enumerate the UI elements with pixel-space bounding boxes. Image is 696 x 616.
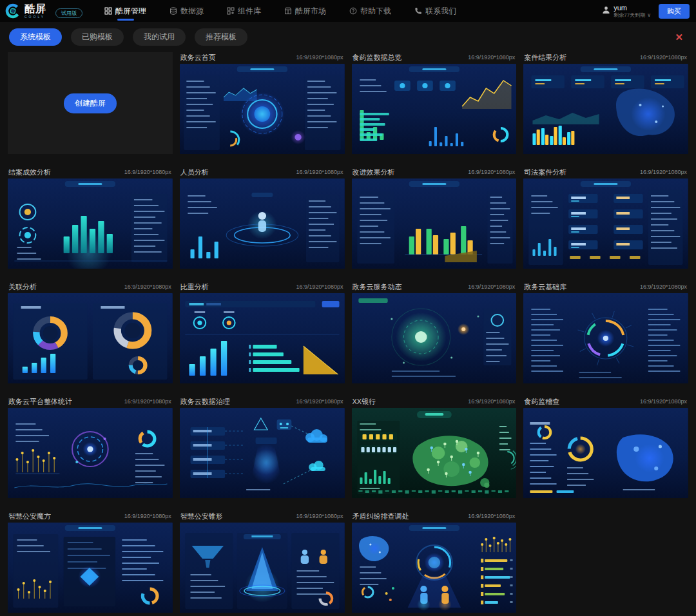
components-icon: [227, 7, 235, 15]
menu-item-manage[interactable]: 酷屏管理: [104, 0, 146, 22]
template-card: 司法案件分析16:9/1920*1080px: [523, 167, 688, 269]
trial-badge: 试用版: [55, 8, 82, 18]
template-thumbnail[interactable]: [180, 178, 345, 269]
template-size: 16:9/1920*1080px: [640, 54, 687, 61]
card-header: 结案成效分析16:9/1920*1080px: [8, 167, 173, 178]
template-size: 16:9/1920*1080px: [640, 284, 687, 290]
template-thumbnail[interactable]: [352, 293, 517, 383]
card-header: XX银行16:9/1920*1080px: [352, 396, 517, 408]
grid-icon: [104, 7, 112, 15]
template-title: 结案成效分析: [8, 168, 51, 177]
template-thumbnail[interactable]: [523, 178, 688, 269]
template-title: 政务云服务动态: [353, 282, 402, 292]
logo-title: 酷屏: [24, 4, 46, 14]
template-size: 16:9/1920*1080px: [296, 398, 343, 405]
template-thumbnail[interactable]: [8, 523, 173, 613]
card-header: 人员分析16:9/1920*1080px: [180, 167, 345, 178]
close-icon[interactable]: ✕: [671, 32, 687, 43]
template-card: 智慧公安锥形16:9/1920*1080px: [180, 511, 345, 613]
template-thumbnail[interactable]: [8, 408, 173, 498]
menu-item-contact[interactable]: 联系我们: [414, 0, 456, 22]
create-screen-panel: 创建酷屏: [8, 52, 173, 154]
template-title: 改进效果分析: [353, 168, 395, 177]
cooly-logo-icon: [5, 3, 21, 19]
main-menu: 酷屏管理数据源组件库酷屏市场帮助下载联系我们: [104, 0, 456, 22]
card-header: 关联分析16:9/1920*1080px: [8, 282, 173, 293]
template-thumbnail[interactable]: [8, 178, 173, 269]
template-thumbnail[interactable]: [523, 293, 688, 383]
template-card: 关联分析16:9/1920*1080px: [8, 282, 173, 383]
template-thumbnail[interactable]: [180, 293, 345, 383]
menu-item-help[interactable]: 帮助下载: [349, 0, 391, 22]
template-thumbnail[interactable]: [352, 523, 517, 613]
card-header: 政务云数据治理16:9/1920*1080px: [180, 396, 345, 408]
menu-item-datasource[interactable]: 数据源: [169, 0, 204, 22]
template-card: 智慧公安魔方16:9/1920*1080px: [8, 511, 173, 613]
template-thumbnail[interactable]: [180, 408, 345, 498]
template-card: 政务云基础库16:9/1920*1080px: [523, 282, 688, 383]
template-title: 食药监稽查: [524, 397, 559, 407]
card-header: 智慧公安魔方16:9/1920*1080px: [8, 511, 173, 523]
template-title: 关联分析: [8, 282, 37, 292]
template-title: 智慧公安锥形: [180, 512, 223, 521]
template-card: 政务云数据治理16:9/1920*1080px: [180, 396, 345, 498]
phone-icon: [414, 7, 422, 15]
caret-down-icon: ∨: [647, 12, 651, 18]
template-size: 16:9/1920*1080px: [640, 398, 687, 405]
template-grid: 创建酷屏 政务云首页16:9/1920*1080px食药监数据总览16:9/19…: [0, 52, 696, 616]
navbar-right: yum 剩余77天到期 ∨ 购买: [602, 4, 690, 19]
template-card: 食药监数据总览16:9/1920*1080px: [352, 52, 517, 154]
template-size: 16:9/1920*1080px: [468, 513, 515, 519]
template-thumbnail[interactable]: [523, 408, 688, 498]
template-size: 16:9/1920*1080px: [124, 398, 171, 405]
template-tabs: 系统模板已购模板我的试用推荐模板: [9, 28, 256, 46]
tab-purchased[interactable]: 已购模板: [71, 28, 124, 46]
template-card: 比重分析16:9/1920*1080px: [180, 282, 345, 383]
template-size: 16:9/1920*1080px: [124, 284, 171, 290]
user-icon: [602, 5, 610, 17]
template-size: 16:9/1920*1080px: [468, 284, 515, 290]
create-screen-button[interactable]: 创建酷屏: [64, 93, 117, 113]
template-card: XX银行16:9/1920*1080px: [352, 396, 517, 498]
template-tabs-row: 系统模板已购模板我的试用推荐模板 ✕: [0, 22, 696, 52]
card-header: 政务云平台整体统计16:9/1920*1080px: [8, 396, 173, 408]
template-size: 16:9/1920*1080px: [468, 54, 515, 61]
user-menu[interactable]: yum 剩余77天到期 ∨: [602, 4, 651, 18]
card-header: 矛盾纠纷排查调处16:9/1920*1080px: [352, 511, 517, 523]
template-card: 食药监稽查16:9/1920*1080px: [523, 396, 688, 498]
database-icon: [169, 7, 177, 15]
menu-item-label: 酷屏市场: [295, 6, 326, 17]
user-name: yum: [614, 4, 651, 12]
template-card: 结案成效分析16:9/1920*1080px: [8, 167, 173, 269]
template-card: 案件结果分析16:9/1920*1080px: [523, 52, 688, 154]
help-icon: [349, 7, 357, 15]
menu-item-label: 酷屏管理: [115, 6, 146, 17]
template-card: 政务云首页16:9/1920*1080px: [180, 52, 345, 154]
menu-item-components[interactable]: 组件库: [227, 0, 261, 22]
template-title: 政务云数据治理: [180, 397, 230, 407]
template-size: 16:9/1920*1080px: [640, 169, 687, 175]
tab-trial[interactable]: 我的试用: [133, 28, 186, 46]
menu-item-label: 联系我们: [425, 6, 456, 17]
template-thumbnail[interactable]: [8, 293, 173, 383]
template-title: 政务云基础库: [524, 282, 566, 292]
template-size: 16:9/1920*1080px: [296, 284, 343, 290]
template-size: 16:9/1920*1080px: [468, 398, 515, 405]
template-thumbnail[interactable]: [352, 64, 517, 154]
menu-item-label: 帮助下载: [360, 6, 391, 17]
template-thumbnail[interactable]: [180, 523, 345, 613]
tab-system[interactable]: 系统模板: [9, 28, 62, 46]
card-header: 司法案件分析16:9/1920*1080px: [523, 167, 688, 178]
card-header: 改进效果分析16:9/1920*1080px: [352, 167, 517, 178]
tab-recommended[interactable]: 推荐模板: [195, 28, 247, 46]
template-card: 改进效果分析16:9/1920*1080px: [352, 167, 517, 269]
app-logo[interactable]: 酷屏 COOLY 试用版: [5, 3, 82, 19]
menu-item-market[interactable]: 酷屏市场: [284, 0, 326, 22]
template-thumbnail[interactable]: [523, 64, 688, 154]
card-header: 案件结果分析16:9/1920*1080px: [523, 52, 688, 64]
template-thumbnail[interactable]: [180, 64, 345, 154]
template-thumbnail[interactable]: [352, 178, 517, 269]
template-card: 政务云服务动态16:9/1920*1080px: [352, 282, 517, 383]
template-thumbnail[interactable]: [352, 408, 517, 498]
buy-button[interactable]: 购买: [659, 4, 690, 19]
